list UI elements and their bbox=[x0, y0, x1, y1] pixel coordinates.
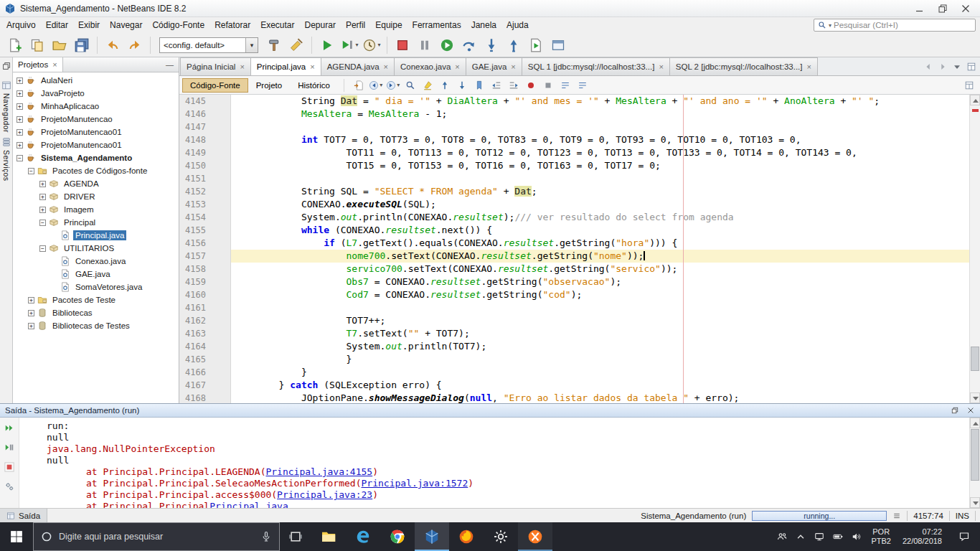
taskbar-app-xampp[interactable] bbox=[518, 522, 552, 551]
dock-tab-servicos[interactable]: Serviços bbox=[1, 135, 11, 183]
stop-debug-button[interactable] bbox=[392, 34, 413, 56]
continue-debug-button[interactable] bbox=[436, 34, 458, 56]
tray-show-hidden-icons-button[interactable] bbox=[791, 522, 810, 551]
output-window-tab[interactable]: Saída bbox=[0, 509, 47, 522]
code-text[interactable]: TOT7++; bbox=[231, 314, 969, 327]
new-file-button[interactable] bbox=[4, 34, 26, 56]
shift-left-button[interactable] bbox=[488, 77, 505, 93]
line-number[interactable]: 4145 bbox=[179, 95, 231, 108]
tree-item-minhaaplicacao[interactable]: +MinhaAplicacao bbox=[13, 100, 179, 113]
tree-item-aulaneri[interactable]: +AulaNeri bbox=[13, 74, 179, 87]
close-icon[interactable]: × bbox=[240, 63, 244, 71]
menu-depurar[interactable]: Depurar bbox=[300, 17, 341, 33]
tab-pagina-inicial[interactable]: Página Inicial× bbox=[180, 57, 251, 75]
uncomment-button[interactable] bbox=[574, 77, 591, 93]
tree-item-driver[interactable]: +DRIVER bbox=[13, 190, 179, 203]
forward-button[interactable]: ▾ bbox=[385, 77, 402, 93]
expand-handle[interactable]: + bbox=[39, 207, 46, 213]
output-console[interactable]: run:nulljava.lang.NullPointerExceptionnu… bbox=[19, 418, 980, 508]
run-to-cursor-button[interactable] bbox=[525, 34, 547, 56]
line-number[interactable]: 4160 bbox=[179, 288, 231, 301]
close-icon[interactable]: × bbox=[659, 63, 663, 71]
menu-navegar[interactable]: Navegar bbox=[105, 17, 147, 33]
line-number[interactable]: 4162 bbox=[179, 314, 231, 327]
collapse-handle[interactable]: − bbox=[28, 168, 34, 174]
new-project-button[interactable] bbox=[27, 34, 48, 56]
expand-handle[interactable]: + bbox=[28, 310, 34, 316]
scroll-up-arrow[interactable] bbox=[970, 95, 980, 105]
taskbar-app-netbeans[interactable] bbox=[415, 522, 449, 551]
expand-handle[interactable]: + bbox=[28, 297, 34, 303]
code-text[interactable] bbox=[231, 121, 969, 133]
taskbar-search[interactable]: Digite aqui para pesquisar bbox=[33, 522, 280, 551]
tree-item-javaprojeto[interactable]: +JavaProjeto bbox=[13, 87, 179, 100]
code-text[interactable]: System.out.println(TOT7); bbox=[231, 340, 969, 353]
expand-handle[interactable]: + bbox=[17, 103, 23, 110]
minimize-panel-icon[interactable]: — bbox=[166, 60, 174, 69]
close-output-icon[interactable] bbox=[966, 406, 975, 415]
expand-handle[interactable]: + bbox=[17, 142, 23, 149]
line-number[interactable]: 4168 bbox=[179, 392, 231, 403]
code-text[interactable]: int TOT7 = 0, TOT73 = 0, TOT8 = 0, TOT83… bbox=[231, 133, 969, 146]
minimize-window-button[interactable] bbox=[914, 3, 925, 14]
tray-volume-button[interactable] bbox=[847, 522, 866, 551]
step-out-button[interactable] bbox=[503, 34, 524, 56]
line-number[interactable]: 4167 bbox=[179, 379, 231, 392]
menu-codigo-fonte[interactable]: Código-Fonte bbox=[147, 17, 209, 33]
code-text[interactable]: Cod7 = CONEXAO.resultset.getString("cod"… bbox=[231, 288, 969, 301]
tab-sql-1-jdbc-mysql-localhost-33[interactable]: SQL 1 [jdbc:mysql://localhost:33...]× bbox=[522, 57, 670, 75]
line-number[interactable]: 4166 bbox=[179, 366, 231, 379]
expand-handle[interactable]: + bbox=[39, 194, 46, 200]
comment-button[interactable] bbox=[557, 77, 574, 93]
line-number[interactable]: 4157 bbox=[179, 250, 231, 263]
shift-right-button[interactable] bbox=[505, 77, 522, 93]
taskbar-app-file-explorer[interactable] bbox=[311, 522, 346, 551]
stop-run-button[interactable] bbox=[2, 460, 17, 474]
menu-refatorar[interactable]: Refatorar bbox=[209, 17, 255, 33]
line-number[interactable]: 4161 bbox=[179, 301, 231, 314]
start-button[interactable] bbox=[0, 522, 33, 551]
code-text[interactable] bbox=[231, 301, 969, 314]
pause-debug-button[interactable] bbox=[414, 34, 435, 56]
previous-bookmark-button[interactable] bbox=[436, 77, 453, 93]
line-number[interactable]: 4146 bbox=[179, 108, 231, 121]
close-icon[interactable]: × bbox=[310, 63, 314, 71]
expand-handle[interactable]: + bbox=[28, 323, 34, 329]
code-text[interactable]: } catch (SQLException erro) { bbox=[231, 379, 969, 392]
config-select[interactable]: <config. default>▾ bbox=[159, 37, 258, 53]
float-window-icon[interactable] bbox=[951, 406, 959, 415]
microphone-icon[interactable] bbox=[260, 531, 272, 542]
code-text[interactable]: if (L7.getText().equals(CONEXAO.resultse… bbox=[231, 237, 969, 250]
close-window-button[interactable] bbox=[960, 3, 971, 14]
scroll-tabs-left-button[interactable] bbox=[922, 60, 935, 73]
projects-tab[interactable]: Projetos × bbox=[13, 57, 63, 72]
close-icon[interactable]: × bbox=[455, 63, 459, 71]
clock[interactable]: 07:22 22/08/2018 bbox=[896, 522, 948, 551]
save-all-button[interactable] bbox=[71, 34, 93, 56]
code-text[interactable]: System.out.println(CONEXAO.resultset);//… bbox=[231, 211, 969, 224]
code-text[interactable]: Obs7 = CONEXAO.resultset.getString("obse… bbox=[231, 276, 969, 288]
restore-window-button[interactable] bbox=[937, 3, 948, 14]
last-edit-button[interactable] bbox=[350, 77, 367, 93]
dock-tab-navegador[interactable]: Navegador bbox=[1, 78, 11, 135]
stacktrace-link[interactable]: Principal.java:23 bbox=[277, 489, 372, 500]
tree-item-gae-java[interactable]: GAE.java bbox=[13, 268, 179, 281]
quick-search[interactable]: ▾ Pesquisar (Ctrl+I) bbox=[814, 19, 976, 32]
line-number[interactable]: 4159 bbox=[179, 276, 231, 288]
tree-item-pacotes-de-codigos-fonte[interactable]: −Pacotes de Códigos-fonte bbox=[13, 164, 179, 177]
code-text[interactable]: } bbox=[231, 366, 969, 379]
stop-macro-recording-button[interactable] bbox=[540, 77, 557, 93]
line-number[interactable]: 4158 bbox=[179, 263, 231, 276]
tree-item-agenda[interactable]: +AGENDA bbox=[13, 177, 179, 190]
scroll-up-arrow[interactable] bbox=[970, 418, 980, 428]
apply-code-changes-button[interactable] bbox=[547, 34, 569, 56]
menu-equipe[interactable]: Equipe bbox=[370, 17, 407, 33]
line-number[interactable]: 4164 bbox=[179, 340, 231, 353]
start-macro-recording-button[interactable] bbox=[522, 77, 540, 93]
tree-item-projetomanutencao01[interactable]: +ProjetoManutencao01 bbox=[13, 126, 179, 138]
tab-gae-java[interactable]: GAE.java× bbox=[466, 57, 522, 75]
taskbar-app-firefox[interactable] bbox=[449, 522, 484, 551]
line-number[interactable]: 4153 bbox=[179, 198, 231, 211]
menu-ajuda[interactable]: Ajuda bbox=[501, 17, 534, 33]
close-icon[interactable]: × bbox=[52, 61, 57, 69]
